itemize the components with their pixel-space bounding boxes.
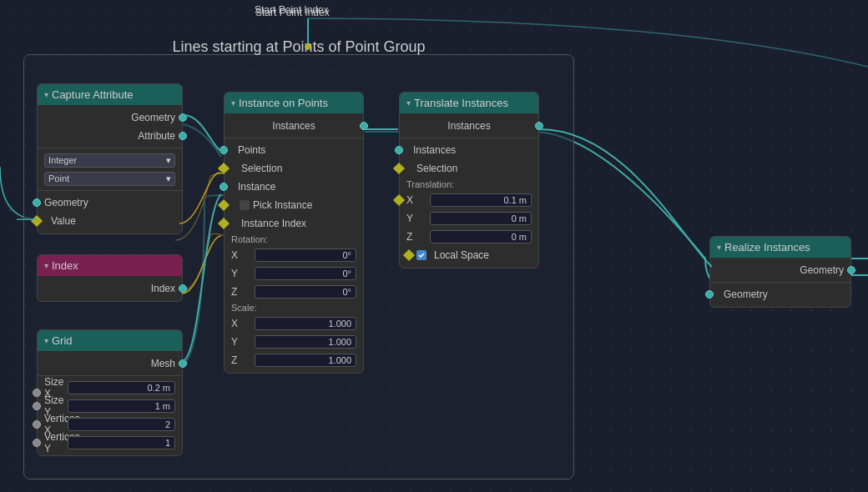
rot-z-row: Z 0° [225, 283, 363, 301]
ri-geometry-out-label: Geometry [717, 264, 844, 276]
iop-instances-out-socket[interactable] [360, 122, 368, 130]
iop-pick-label: Pick Instance [250, 199, 356, 211]
ti-instances-in-socket[interactable] [395, 146, 403, 154]
trans-z-row: Z 0 m [400, 228, 538, 246]
scale-z-input[interactable]: 1.000 [255, 354, 356, 367]
grid-node: ▾ Grid Mesh Size X 0.2 m Size Y 1 m Vert… [37, 329, 183, 456]
ri-geometry-out-row: Geometry [710, 261, 850, 279]
scale-y-row: Y 1.000 [225, 333, 363, 351]
index-out-row: Index [38, 279, 182, 298]
scale-z-row: Z 1.000 [225, 351, 363, 369]
value-in-row: Value [38, 212, 182, 230]
size-y-socket[interactable] [33, 402, 41, 410]
iop-instance-socket[interactable] [220, 183, 228, 191]
local-space-checkbox[interactable] [416, 250, 426, 260]
scale-label: Scale: [225, 301, 363, 314]
trans-y-row: Y 0 m [400, 209, 538, 228]
iop-points-row: Points [225, 141, 363, 159]
mesh-row: Mesh [38, 354, 182, 373]
group-title: Lines starting at Points of Point Group [172, 38, 425, 56]
rot-y-row: Y 0° [225, 264, 363, 283]
iop-pick-instance-row: Pick Instance [225, 196, 363, 214]
mesh-socket[interactable] [179, 359, 187, 368]
index-collapse-icon[interactable]: ▾ [44, 261, 48, 270]
vertices-y-socket[interactable] [33, 439, 41, 447]
rot-z-label: Z [231, 286, 255, 298]
ri-collapse-icon[interactable]: ▾ [717, 243, 721, 252]
geometry-out-socket[interactable] [179, 113, 187, 122]
value-label: Value [44, 215, 175, 227]
size-x-socket[interactable] [33, 389, 41, 397]
iop-points-socket[interactable] [220, 146, 228, 154]
integer-label: Integer [48, 155, 77, 165]
trans-z-input[interactable]: 0 m [430, 230, 532, 243]
integer-chevron: ▾ [166, 155, 171, 166]
iop-instances-out-row: Instances [225, 117, 363, 135]
ri-geometry-out-socket[interactable] [847, 266, 855, 274]
index-header: ▾ Index [38, 255, 182, 276]
iop-selection-row: Selection [225, 159, 363, 178]
iop-instance-label: Instance [231, 181, 356, 193]
translate-instances-header: ▾ Translate Instances [400, 93, 538, 113]
ti-instances-out-label: Instances [406, 120, 532, 132]
attribute-out-socket[interactable] [179, 132, 187, 140]
scale-y-label: Y [231, 336, 255, 348]
grid-title: Grid [52, 334, 73, 347]
size-x-input[interactable]: 0.2 m [68, 381, 175, 394]
geometry-in-socket[interactable] [33, 198, 41, 207]
integer-dropdown[interactable]: Integer ▾ [44, 153, 175, 168]
index-out-socket[interactable] [179, 284, 187, 293]
ti-instances-out-socket[interactable] [535, 122, 543, 130]
iop-collapse-icon[interactable]: ▾ [231, 98, 235, 108]
trans-y-input[interactable]: 0 m [430, 212, 532, 225]
point-label: Point [48, 173, 69, 183]
ti-instances-out-row: Instances [400, 117, 538, 135]
trans-y-label: Y [406, 213, 430, 224]
ri-geometry-in-row: Geometry [710, 285, 850, 304]
grid-collapse-icon[interactable]: ▾ [44, 336, 48, 345]
vertices-x-socket[interactable] [33, 420, 41, 429]
vertices-x-input[interactable]: 2 [68, 418, 175, 431]
size-y-input[interactable]: 1 m [68, 399, 175, 413]
translate-instances-title: Translate Instances [414, 97, 508, 109]
ti-instances-in-row: Instances [400, 141, 538, 159]
iop-instance-row: Instance [225, 178, 363, 196]
ri-geometry-in-socket[interactable] [705, 290, 714, 299]
realize-instances-title: Realize Instances [724, 241, 810, 254]
translate-instances-node: ▾ Translate Instances Instances Instance… [399, 92, 539, 269]
instance-on-points-header: ▾ Instance on Points [225, 93, 363, 113]
ti-selection-label: Selection [406, 163, 532, 174]
collapse-icon[interactable]: ▾ [44, 90, 48, 99]
rotation-label: Rotation: [225, 233, 363, 246]
iop-instances-label: Instances [231, 120, 356, 132]
point-dropdown-row: Point ▾ [38, 169, 182, 188]
iop-points-label: Points [231, 144, 356, 156]
point-dropdown[interactable]: Point ▾ [44, 172, 175, 186]
local-space-socket[interactable] [403, 249, 415, 261]
scale-y-input[interactable]: 1.000 [255, 335, 356, 349]
start-point-label: Start Point Index [255, 7, 330, 18]
realize-instances-header: ▾ Realize Instances [710, 237, 850, 258]
trans-x-input[interactable]: 0.1 m [430, 193, 532, 207]
rot-x-row: X 0° [225, 246, 363, 264]
index-title: Index [52, 259, 78, 272]
geometry-label: Geometry [44, 112, 175, 123]
capture-attribute-title: Capture Attribute [52, 88, 134, 101]
trans-x-row: X 0.1 m [400, 191, 538, 209]
geometry-in-row: Geometry [38, 193, 182, 212]
rot-x-label: X [231, 249, 255, 261]
geometry-in-label: Geometry [44, 197, 175, 208]
vertices-y-label: Vertices Y [44, 431, 68, 454]
rot-y-input[interactable]: 0° [255, 267, 356, 280]
pick-instance-checkbox[interactable] [240, 200, 250, 210]
capture-attribute-header: ▾ Capture Attribute [38, 84, 182, 105]
ti-collapse-icon[interactable]: ▾ [406, 98, 411, 108]
grid-header: ▾ Grid [38, 330, 182, 351]
vertices-y-input[interactable]: 1 [68, 436, 175, 449]
scale-x-input[interactable]: 1.000 [255, 317, 356, 330]
realize-instances-node: ▾ Realize Instances Geometry Geometry [709, 236, 851, 308]
ti-instances-in-label: Instances [406, 144, 532, 156]
rot-x-input[interactable]: 0° [255, 249, 356, 262]
rot-z-input[interactable]: 0° [255, 285, 356, 299]
capture-attribute-node: ▾ Capture Attribute Geometry Attribute I… [37, 83, 183, 234]
